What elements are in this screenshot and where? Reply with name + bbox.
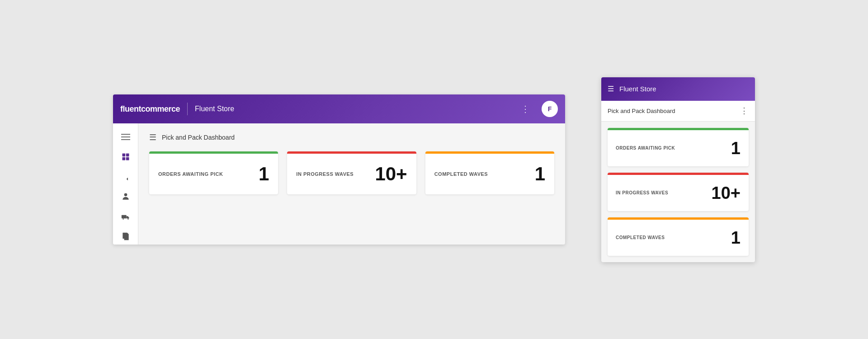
svg-rect-0 (121, 134, 130, 135)
main-header: fluentcommerce Fluent Store ⋮ F (113, 94, 565, 123)
card-label-in-progress: IN PROGRESS WAVES (296, 171, 354, 177)
content-hamburger-icon[interactable]: ☰ (149, 132, 156, 142)
mobile-card-label-completed: COMPLETED WAVES (616, 235, 665, 240)
mobile-more-options[interactable]: ⋮ (740, 106, 749, 116)
main-panel: fluentcommerce Fluent Store ⋮ F (113, 94, 565, 245)
svg-point-9 (123, 218, 124, 220)
card-body-in-progress: IN PROGRESS WAVES 10+ (287, 154, 416, 194)
sidebar-item-document[interactable] (118, 228, 134, 245)
mobile-card-in-progress[interactable]: IN PROGRESS WAVES 10+ (608, 173, 749, 211)
main-content: ☰ Pick and Pack Dashboard ORDERS AWAITIN… (138, 123, 565, 245)
sidebar (113, 123, 138, 245)
mobile-card-value-progress: 10+ (712, 184, 741, 202)
mobile-panel: ☰ Fluent Store Pick and Pack Dashboard ⋮… (601, 77, 755, 262)
sidebar-hamburger[interactable] (118, 129, 134, 145)
sidebar-item-dashboard[interactable] (118, 149, 134, 165)
card-body-orders-awaiting: ORDERS AWAITING PICK 1 (149, 154, 278, 194)
card-completed-waves[interactable]: COMPLETED WAVES 1 (425, 151, 554, 194)
mobile-card-body-progress: IN PROGRESS WAVES 10+ (608, 175, 749, 211)
logo-area: fluentcommerce Fluent Store (120, 103, 234, 115)
svg-point-10 (127, 218, 129, 220)
svg-rect-5 (122, 157, 125, 160)
mobile-card-label-orders: ORDERS AWAITING PICK (616, 146, 675, 151)
user-avatar[interactable]: F (542, 101, 558, 117)
card-in-progress-waves[interactable]: IN PROGRESS WAVES 10+ (287, 151, 416, 194)
svg-rect-4 (126, 154, 129, 157)
header-store-name: Fluent Store (195, 105, 234, 113)
mobile-card-value-completed: 1 (731, 229, 741, 246)
main-body: ☰ Pick and Pack Dashboard ORDERS AWAITIN… (113, 123, 565, 245)
svg-rect-1 (121, 137, 130, 137)
breadcrumb-bar: ☰ Pick and Pack Dashboard (149, 132, 554, 142)
card-value-orders-awaiting: 1 (259, 165, 269, 184)
sidebar-item-pick[interactable] (118, 169, 134, 185)
card-label-completed: COMPLETED WAVES (434, 171, 488, 177)
cards-row: ORDERS AWAITING PICK 1 IN PROGRESS WAVES… (149, 151, 554, 194)
mobile-card-completed[interactable]: COMPLETED WAVES 1 (608, 217, 749, 256)
mobile-card-orders-awaiting[interactable]: ORDERS AWAITING PICK 1 (608, 128, 749, 166)
svg-rect-8 (121, 215, 126, 219)
svg-rect-6 (126, 157, 129, 160)
header-more-options[interactable]: ⋮ (521, 104, 531, 114)
svg-rect-3 (122, 154, 125, 157)
mobile-subheader: Pick and Pack Dashboard ⋮ (601, 101, 755, 122)
mobile-card-value-orders: 1 (731, 140, 741, 157)
sidebar-item-truck[interactable] (118, 208, 134, 225)
card-value-in-progress: 10+ (375, 165, 407, 184)
card-body-completed: COMPLETED WAVES 1 (425, 154, 554, 194)
mobile-header: ☰ Fluent Store (601, 77, 755, 101)
mobile-card-label-progress: IN PROGRESS WAVES (616, 190, 668, 195)
card-orders-awaiting-pick[interactable]: ORDERS AWAITING PICK 1 (149, 151, 278, 194)
mobile-store-name: Fluent Store (619, 85, 656, 93)
mobile-card-body-orders: ORDERS AWAITING PICK 1 (608, 130, 749, 166)
mobile-cards: ORDERS AWAITING PICK 1 IN PROGRESS WAVES… (601, 122, 755, 262)
logo-text: fluentcommerce (120, 104, 180, 114)
sidebar-item-person[interactable] (118, 188, 134, 205)
page-title: Pick and Pack Dashboard (162, 134, 235, 141)
svg-rect-2 (121, 139, 130, 140)
mobile-hamburger-icon[interactable]: ☰ (608, 85, 614, 93)
logo-divider (187, 103, 188, 115)
mobile-page-title: Pick and Pack Dashboard (608, 108, 675, 114)
mobile-card-body-completed: COMPLETED WAVES 1 (608, 220, 749, 256)
card-label-orders-awaiting: ORDERS AWAITING PICK (158, 171, 223, 177)
card-value-completed: 1 (535, 165, 545, 184)
svg-point-7 (124, 193, 127, 197)
